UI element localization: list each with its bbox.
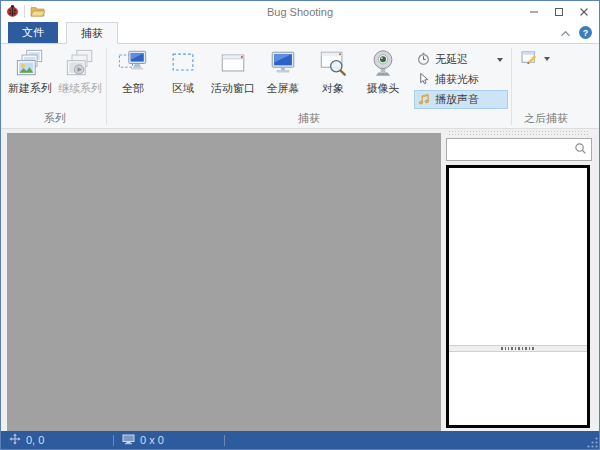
group-capture: 全部 区域: [108, 45, 510, 128]
status-position: 0, 0: [9, 433, 113, 447]
minimize-button[interactable]: [523, 4, 544, 20]
window-pencil-icon: [521, 50, 540, 70]
capture-all-label: 全部: [122, 81, 144, 96]
delay-dropdown[interactable]: 无延迟: [414, 50, 508, 69]
tab-capture[interactable]: 捕获: [66, 22, 118, 44]
help-icon[interactable]: ?: [579, 26, 592, 39]
qat-separator: [24, 5, 25, 18]
capture-object-button[interactable]: 对象: [308, 45, 358, 97]
dashed-rectangle-icon: [168, 48, 198, 80]
panel-splitter-grip[interactable]: [448, 130, 590, 135]
monitor-icon: [268, 48, 298, 80]
group-separator: [106, 48, 107, 125]
window-title: Bug Shooting: [1, 6, 599, 18]
photo-stack-icon: [15, 48, 45, 80]
group-after-capture: 之后捕获: [513, 45, 579, 128]
capture-fullscreen-label: 全屏幕: [267, 81, 300, 96]
search-input[interactable]: [451, 142, 574, 158]
status-size-value: 0 x 0: [140, 434, 164, 446]
group-separator: [511, 48, 512, 125]
ribbon-helper-buttons: ?: [559, 22, 599, 43]
stopwatch-icon: [417, 52, 430, 67]
move-arrows-icon: [9, 433, 21, 447]
delay-label: 无延迟: [435, 52, 468, 67]
capture-preview-canvas: [7, 133, 441, 431]
continue-series-label: 继续系列: [58, 81, 102, 96]
right-panel: [441, 129, 599, 431]
group-series-label: 系列: [5, 111, 105, 128]
window-red-dot-icon: [218, 48, 248, 80]
app-bug-icon[interactable]: [6, 3, 19, 21]
capture-list-box: [446, 165, 590, 428]
capture-cursor-toggle[interactable]: 捕获光标: [414, 70, 508, 89]
webcam-icon: [368, 48, 398, 80]
capture-cursor-label: 捕获光标: [435, 72, 479, 87]
search-icon: [574, 141, 587, 159]
capture-options-column: 无延迟 捕获光标: [408, 45, 510, 111]
group-series: 新建系列 继续系列 系列: [5, 45, 105, 128]
play-sound-label: 播放声音: [435, 92, 479, 107]
capture-all-button[interactable]: 全部: [108, 45, 158, 97]
play-sound-toggle[interactable]: 播放声音: [414, 90, 508, 109]
close-button[interactable]: [573, 4, 594, 20]
content-area: [1, 129, 599, 431]
splitter-dots-icon: [501, 347, 535, 350]
quick-access-toolbar: [6, 3, 45, 21]
maximize-button[interactable]: [548, 4, 569, 20]
capture-webcam-button[interactable]: 摄像头: [358, 45, 408, 97]
titlebar: Bug Shooting: [1, 1, 599, 22]
status-bar: 0, 0 0 x 0: [1, 431, 599, 449]
music-notes-icon: [417, 92, 430, 107]
ribbon: 新建系列 继续系列 系列: [1, 44, 599, 129]
window-magnifier-icon: [318, 48, 348, 80]
status-separator: [224, 435, 225, 446]
arrow-pointer-icon: [417, 72, 430, 87]
photo-stack-play-icon: [65, 48, 95, 80]
list-pane-top[interactable]: [449, 168, 587, 345]
status-position-value: 0, 0: [26, 434, 44, 446]
app-window: Bug Shooting 文件 捕获 ?: [0, 0, 600, 450]
capture-object-label: 对象: [322, 81, 344, 96]
group-after-capture-label: 之后捕获: [513, 111, 579, 128]
capture-active-window-label: 活动窗口: [211, 81, 255, 96]
dropdown-arrow-icon[interactable]: [497, 58, 503, 62]
ribbon-tab-row: 文件 捕获 ?: [1, 22, 599, 44]
capture-webcam-label: 摄像头: [367, 81, 400, 96]
monitor-dashed-region-icon: [118, 48, 148, 80]
capture-fullscreen-button[interactable]: 全屏幕: [258, 45, 308, 97]
after-capture-button[interactable]: [513, 45, 579, 70]
group-capture-label: 捕获: [108, 111, 510, 128]
dropdown-arrow-icon[interactable]: [544, 57, 550, 61]
status-size: 0 x 0: [114, 434, 224, 447]
open-folder-icon[interactable]: [30, 3, 45, 21]
collapse-ribbon-icon[interactable]: [559, 24, 572, 42]
new-series-button[interactable]: 新建系列: [5, 45, 55, 97]
capture-region-label: 区域: [172, 81, 194, 96]
list-pane-bottom[interactable]: [449, 352, 587, 425]
window-controls: [523, 4, 594, 20]
list-splitter[interactable]: [449, 345, 587, 352]
search-box: [446, 138, 592, 161]
tab-file[interactable]: 文件: [8, 22, 58, 43]
capture-active-window-button[interactable]: 活动窗口: [208, 45, 258, 97]
new-series-label: 新建系列: [8, 81, 52, 96]
capture-region-button[interactable]: 区域: [158, 45, 208, 97]
resize-grip-icon[interactable]: [585, 435, 599, 449]
small-monitor-icon: [122, 434, 135, 447]
continue-series-button[interactable]: 继续系列: [55, 45, 105, 97]
